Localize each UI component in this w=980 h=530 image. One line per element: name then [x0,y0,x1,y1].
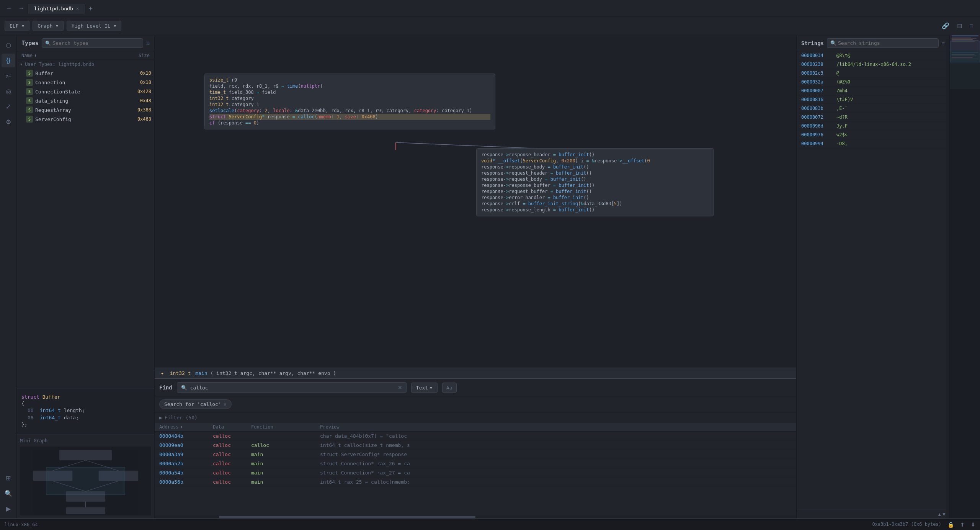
types-table-header: Name ⬆ Size [17,51,154,60]
scroll-to-bottom-button[interactable]: ⬇ [971,522,975,528]
find-aa-button[interactable]: Aa [442,383,457,393]
list-item[interactable]: 00000976 w2$s [797,131,949,139]
status-range: 0xa3b1-0xa3b7 (0x6 bytes) [872,522,941,528]
table-row[interactable]: 0000a56b calloc main int64 t rax 25 = ca… [155,478,796,487]
find-type-dropdown[interactable]: Text ▾ [411,383,438,393]
minimap [949,35,980,519]
graph-dropdown[interactable]: Graph ▾ [33,21,64,31]
elf-dropdown[interactable]: ELF ▾ [5,21,29,31]
forward-button[interactable]: → [15,3,28,13]
list-item[interactable]: 00000816 \tJF)V [797,95,949,104]
graph-label: Graph ▾ [38,23,59,29]
col-preview-header[interactable]: Preview [320,424,792,430]
col-data-header[interactable]: Data [213,424,251,430]
strings-search-wrap[interactable]: 🔍 [827,38,939,48]
table-row[interactable]: 0000a3a9 calloc main struct ServerConfig… [155,450,796,459]
sidebar-calls-icon[interactable]: ⤦ [2,100,15,113]
sidebar-tags-icon[interactable]: 🏷 [2,69,15,83]
col-function-header[interactable]: Function [251,424,320,430]
sort-name-icon: ⬆ [34,53,37,58]
filter-chevron: ▶ [159,415,162,420]
find-input[interactable] [190,385,395,391]
find-type-chevron: ▾ [430,385,433,391]
menu-button[interactable]: ≡ [967,21,975,31]
filter-header[interactable]: ▶ Filter (50) [155,412,796,423]
table-row[interactable]: 0000a52b calloc main struct Connection* … [155,459,796,468]
strings-vertical-scrollbar[interactable] [946,39,949,519]
list-item[interactable]: 0000032a (@Z%0 [797,78,949,87]
sidebar-types-icon[interactable]: {} [2,54,15,67]
svg-rect-9 [66,507,105,514]
struct-name: Buffer [42,394,60,400]
strings-menu-button[interactable]: ≡ [942,40,945,46]
table-row[interactable]: 00009ea0 calloc calloc int64_t calloc(si… [155,441,796,450]
list-item[interactable]: 00000994 -D8, [797,139,949,148]
col-sort-icon: ⬆ [180,424,183,430]
function-return-type: int32_t [170,370,191,376]
graph-horizontal-scrollbar[interactable] [155,262,796,265]
col-address-header[interactable]: Address ⬆ [159,424,213,430]
list-item[interactable]: 000002c3 @ [797,69,949,78]
split-icon: ⊟ [957,23,962,29]
sidebar-search-bottom-icon[interactable]: 🔍 [2,486,15,500]
graph-vertical-scrollbar[interactable] [793,35,796,265]
struct-field: 00 int64_t length; [21,407,150,414]
find-input-wrap[interactable]: 🔍 ✕ [177,382,407,393]
mini-graph-canvas[interactable] [20,447,151,515]
list-item[interactable]: S Connection 0x18 [17,78,154,87]
search-types-input[interactable] [52,40,140,46]
svg-rect-0 [59,450,112,460]
list-item[interactable]: 00000072 ~d?R [797,113,949,122]
back-button[interactable]: ← [3,3,15,13]
strings-search-input[interactable] [838,40,935,46]
list-item[interactable]: S ConnectionState 0x428 [17,87,154,96]
find-type-label: Text [416,385,428,391]
highlevel-label: High Level IL ▾ [72,23,116,29]
type-badge-s: S [26,70,33,77]
search-types-wrap[interactable]: 🔍 [42,38,143,48]
list-item[interactable]: 00000238 /lib64/ld-linux-x86-64.so.2 [797,60,949,69]
list-item[interactable]: 0000096d Jy.F [797,122,949,131]
search-tag-close[interactable]: ✕ [224,401,227,407]
table-row[interactable]: 0000484b calloc char data_484b[0x7] = "c… [155,432,796,441]
link-button[interactable]: 🔗 [939,21,952,31]
platform-label: linux-x86_64 [5,522,38,527]
strings-header: Strings 🔍 ≡ [797,35,949,51]
tab-bar: ← → lighttpd.bndb ✕ + [0,0,980,17]
sidebar-terminal-icon[interactable]: ▶ [2,502,15,515]
sidebar-symbols-icon[interactable]: ◎ [2,84,15,98]
panel-menu-button[interactable]: ≡ [146,40,150,47]
tab-lighttpd[interactable]: lighttpd.bndb ✕ [28,3,85,14]
list-item[interactable]: S RequestArray 0x388 [17,105,154,115]
results-panel: Search for 'calloc' ✕ ▶ Filter (50) Addr… [155,396,796,519]
scroll-up-button[interactable]: ▲ [937,512,942,517]
sidebar-grid-icon[interactable]: ⊞ [2,471,15,485]
search-tag[interactable]: Search for 'calloc' ✕ [159,399,232,409]
types-list: ▾ User Types: lighttpd.bndb S Buffer 0x1… [17,60,154,389]
scroll-down-button[interactable]: ▼ [942,512,946,517]
tab-close-icon[interactable]: ✕ [76,6,79,11]
sidebar-settings-icon[interactable]: ⚙ [2,115,15,129]
list-item[interactable]: S data_string 0x48 [17,96,154,105]
minimap-content[interactable] [950,35,980,519]
table-row[interactable]: 0000a54b calloc main struct Connection* … [155,468,796,478]
list-item[interactable]: 00000007 Zmh4 [797,87,949,95]
type-name: ConnectionState [35,89,118,95]
lock-button[interactable]: 🔒 [947,522,954,528]
graph-area[interactable]: ssize_t r9 field, rcx, rdx, r8_1, r9 = t… [155,35,796,368]
types-panel: Types 🔍 ≡ Name ⬆ Size ▾ User Types: ligh… [17,35,155,519]
list-item[interactable]: S Buffer 0x10 [17,69,154,78]
list-item[interactable]: 0000083b ,E-` [797,104,949,113]
type-name: ServerConfig [35,116,118,122]
type-size: 0x18 [121,80,151,85]
tab-add-button[interactable]: + [85,3,96,14]
list-item[interactable]: 00000034 @8\t@ [797,51,949,60]
sidebar-dashboard-icon[interactable]: ⬡ [2,38,15,52]
type-group-header[interactable]: ▾ User Types: lighttpd.bndb [17,60,154,69]
list-item[interactable]: S ServerConfig 0x468 [17,115,154,124]
scroll-to-top-button[interactable]: ⬆ [960,522,965,528]
highlevel-dropdown[interactable]: High Level IL ▾ [67,21,121,31]
split-button[interactable]: ⊟ [955,21,964,31]
col-name-header[interactable]: Name ⬆ [21,53,119,58]
find-clear-button[interactable]: ✕ [398,384,402,391]
